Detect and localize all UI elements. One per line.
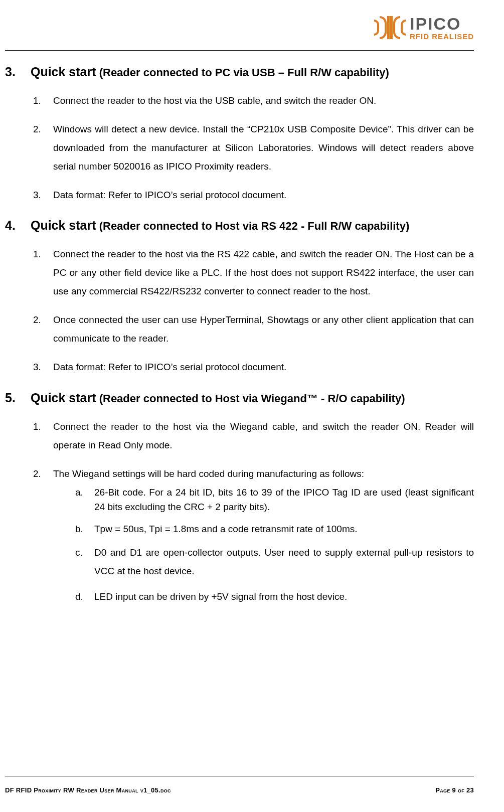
section-number: 4. <box>5 218 27 233</box>
page: IPICO RFID REALISED 3. Quick start (Read… <box>0 0 504 812</box>
section-title-bold: Quick start <box>31 65 96 79</box>
sub-list-item-text: D0 and D1 are open-collector outputs. Us… <box>94 547 474 576</box>
header: IPICO RFID REALISED <box>5 10 474 45</box>
sub-list-item-text: LED input can be driven by +5V signal fr… <box>94 591 347 602</box>
sub-list-item-text: 26-Bit code. For a 24 bit ID, bits 16 to… <box>94 487 474 512</box>
section-title-sub: (Reader connected to Host via RS 422 - F… <box>96 220 410 232</box>
list-item-text: Data format: Refer to IPICO’s serial pro… <box>53 362 286 372</box>
list-item-text: Connect the reader to the host via the R… <box>53 249 474 296</box>
logo-text: IPICO RFID REALISED <box>410 15 474 41</box>
list-item: Data format: Refer to IPICO’s serial pro… <box>33 186 474 204</box>
list-item-text: Windows will detect a new device. Instal… <box>53 124 474 172</box>
section-title-bold: Quick start <box>31 391 96 405</box>
logo-mark-icon <box>374 16 406 39</box>
list-item-text: Connect the reader to the host via the W… <box>53 421 474 450</box>
logo: IPICO RFID REALISED <box>374 15 474 41</box>
section-heading-3: 3. Quick start (Reader connected to PC v… <box>5 65 474 79</box>
sub-list-item: 26-Bit code. For a 24 bit ID, bits 16 to… <box>75 485 474 515</box>
logo-brand: IPICO <box>410 15 474 32</box>
footer-row: DF RFID Proximity RW Reader User Manual … <box>5 786 474 794</box>
list-item: Connect the reader to the host via the R… <box>33 245 474 300</box>
section-3-list: Connect the reader to the host via the U… <box>5 91 474 204</box>
section-number: 5. <box>5 391 27 405</box>
section-title-sub: (Reader connected to Host via Wiegand™ -… <box>96 392 405 405</box>
list-item: Once connected the user can use HyperTer… <box>33 310 474 348</box>
list-item-text: Data format: Refer to IPICO’s serial pro… <box>53 190 286 200</box>
list-item-text: Once connected the user can use HyperTer… <box>53 314 474 344</box>
header-rule <box>5 50 474 51</box>
footer-right: Page 9 of 23 <box>435 786 474 794</box>
list-item-text: Connect the reader to the host via the U… <box>53 95 376 106</box>
section-heading-5: 5. Quick start (Reader connected to Host… <box>5 391 474 405</box>
sub-list-item: D0 and D1 are open-collector outputs. Us… <box>75 543 474 580</box>
section-number: 3. <box>5 65 27 79</box>
section-title-bold: Quick start <box>31 218 96 232</box>
section-4-list: Connect the reader to the host via the R… <box>5 245 474 376</box>
sub-list-item-text: Tpw = 50us, Tpi = 1.8ms and a code retra… <box>94 524 358 534</box>
list-item: Data format: Refer to IPICO’s serial pro… <box>33 358 474 376</box>
section-heading-4: 4. Quick start (Reader connected to Host… <box>5 218 474 233</box>
content: 3. Quick start (Reader connected to PC v… <box>5 65 474 606</box>
list-item: Windows will detect a new device. Instal… <box>33 120 474 176</box>
list-item: The Wiegand settings will be hard coded … <box>33 464 474 606</box>
footer: DF RFID Proximity RW Reader User Manual … <box>5 776 474 794</box>
footer-rule <box>5 776 474 776</box>
logo-tagline: RFID REALISED <box>410 32 474 41</box>
section-5-list: Connect the reader to the host via the W… <box>5 417 474 606</box>
section-5-sublist: 26-Bit code. For a 24 bit ID, bits 16 to… <box>53 485 474 606</box>
list-item: Connect the reader to the host via the U… <box>33 91 474 110</box>
footer-left: DF RFID Proximity RW Reader User Manual … <box>5 786 171 794</box>
sub-list-item: Tpw = 50us, Tpi = 1.8ms and a code retra… <box>75 522 474 536</box>
sub-list-item: LED input can be driven by +5V signal fr… <box>75 587 474 606</box>
section-title-sub: (Reader connected to PC via USB – Full R… <box>96 66 389 79</box>
list-item: Connect the reader to the host via the W… <box>33 417 474 454</box>
list-item-text: The Wiegand settings will be hard coded … <box>53 468 364 479</box>
